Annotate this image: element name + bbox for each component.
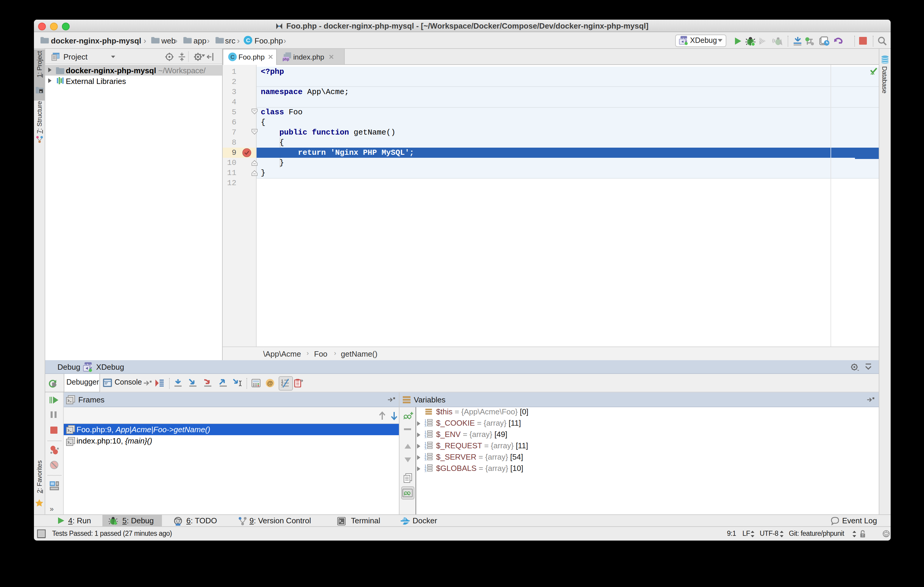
svg-text:3: 3 [424,447,426,450]
svg-text:C: C [230,54,234,60]
svg-text:3: 3 [424,424,426,427]
svg-text:C: C [246,37,250,43]
svg-text:php: php [283,57,289,61]
svg-text:@: @ [267,379,273,386]
svg-text:3: 3 [424,435,426,438]
svg-text:3: 3 [424,458,426,461]
svg-text:T: T [861,534,864,537]
svg-text:3: 3 [424,470,426,472]
